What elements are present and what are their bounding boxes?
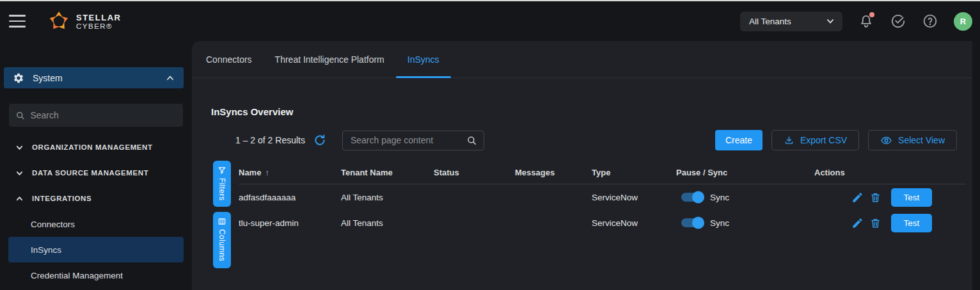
- sidebar-section-organization-management[interactable]: ORGANIZATION MANAGEMENT: [0, 134, 192, 160]
- chevron-down-icon: [15, 143, 24, 152]
- gear-icon: [13, 72, 24, 84]
- search-icon: [15, 110, 25, 121]
- cell-actions: Test: [814, 214, 966, 232]
- page-title: InSyncs Overview: [211, 106, 972, 117]
- chevron-down-icon: [826, 17, 835, 26]
- help-icon[interactable]: [922, 13, 938, 29]
- tenant-selector-dropdown[interactable]: All Tenants: [740, 12, 842, 31]
- cell-type: ServiceNow: [592, 218, 676, 228]
- sidebar-item-insyncs[interactable]: InSyncs: [8, 237, 184, 262]
- chevron-down-icon: [15, 169, 24, 177]
- tenant-selector-value: All Tenants: [749, 17, 791, 26]
- sidebar-item-credential-management[interactable]: Credential Management: [0, 262, 192, 288]
- column-header-actions: Actions: [814, 168, 966, 177]
- tab-bar: Connectors Threat Intelligence Platform …: [192, 41, 972, 78]
- test-button[interactable]: Test: [891, 214, 932, 232]
- main-content-panel: Connectors Threat Intelligence Platform …: [192, 41, 972, 290]
- sidebar-item-label: Connectors: [31, 220, 75, 229]
- cell-type: ServiceNow: [592, 193, 676, 202]
- columns-button[interactable]: Columns: [213, 212, 231, 268]
- column-header-name[interactable]: Name ↑: [239, 168, 341, 177]
- logo-wordmark: STELLAR CYBER®: [76, 13, 121, 30]
- section-label: DATA SOURCE MANAGEMENT: [32, 169, 148, 177]
- tab-threat-intelligence-platform[interactable]: Threat Intelligence Platform: [264, 41, 396, 77]
- sort-asc-icon: ↑: [265, 168, 269, 177]
- sync-label: Sync: [710, 218, 729, 228]
- eye-icon: [880, 134, 892, 147]
- filter-icon: [217, 166, 226, 175]
- select-view-button[interactable]: Select View: [868, 130, 957, 150]
- notification-badge-dot: [869, 12, 874, 17]
- refresh-icon[interactable]: [313, 134, 326, 147]
- page-search-input[interactable]: [351, 135, 466, 145]
- user-avatar[interactable]: R: [954, 12, 972, 31]
- column-header-pause-sync[interactable]: Pause / Sync: [676, 168, 814, 177]
- table-controls: 1 – 2 of 2 Results Create Export CSV: [235, 130, 957, 150]
- sidebar: System ORGANIZATION MANAGEMENT DATA SOUR…: [0, 41, 192, 290]
- cell-tenant: All Tenants: [341, 218, 434, 228]
- cell-status: [434, 218, 515, 228]
- table-side-rail: Filters Columns: [192, 161, 239, 290]
- sidebar-header-system[interactable]: System: [4, 67, 184, 88]
- action-buttons: Create Export CSV Select View: [715, 130, 957, 150]
- create-button[interactable]: Create: [715, 130, 763, 150]
- notifications-bell-icon[interactable]: [858, 13, 874, 29]
- section-label: INTEGRATIONS: [32, 195, 91, 202]
- health-check-icon[interactable]: [890, 13, 906, 29]
- column-header-messages[interactable]: Messages: [515, 168, 592, 177]
- cell-pause-sync: Sync: [676, 193, 814, 202]
- column-header-tenant-name[interactable]: Tenant Name: [341, 168, 434, 177]
- sync-label: Sync: [710, 193, 729, 202]
- delete-trash-icon[interactable]: [869, 191, 881, 204]
- delete-trash-icon[interactable]: [869, 217, 881, 229]
- column-header-type[interactable]: Type: [592, 168, 676, 177]
- sidebar-item-connectors[interactable]: Connectors: [0, 211, 192, 237]
- app-window: STELLAR CYBER® All Tenants: [0, 1, 980, 290]
- table-row: tlu-super-admin All Tenants ServiceNow S…: [239, 210, 966, 236]
- sync-toggle[interactable]: [681, 218, 703, 227]
- test-button[interactable]: Test: [891, 188, 932, 207]
- search-icon: [466, 135, 477, 146]
- sidebar-section-data-source-management[interactable]: DATA SOURCE MANAGEMENT: [0, 160, 192, 186]
- sidebar-section-integrations[interactable]: INTEGRATIONS: [0, 186, 192, 211]
- columns-icon: [217, 217, 226, 226]
- sidebar-search[interactable]: [9, 104, 183, 127]
- sync-toggle[interactable]: [681, 193, 703, 202]
- download-icon: [784, 135, 794, 146]
- sidebar-item-label: InSyncs: [31, 245, 61, 255]
- cell-tenant: All Tenants: [341, 193, 434, 202]
- sidebar-item-label: Credential Management: [31, 271, 123, 280]
- sidebar-header-label: System: [33, 73, 63, 83]
- cell-name: adfasdfaaaaaa: [239, 193, 341, 202]
- tab-insyncs[interactable]: InSyncs: [396, 41, 451, 77]
- chevron-up-icon: [166, 74, 175, 83]
- tab-connectors[interactable]: Connectors: [194, 41, 264, 77]
- table-row: adfasdfaaaaaa All Tenants ServiceNow Syn…: [239, 184, 966, 210]
- logo-star-icon: [47, 10, 70, 33]
- chevron-up-icon: [15, 195, 24, 203]
- stellar-cyber-logo: STELLAR CYBER®: [47, 10, 121, 33]
- section-label: ORGANIZATION MANAGEMENT: [32, 143, 153, 151]
- cell-actions: Test: [814, 188, 966, 207]
- table-header-row: Name ↑ Tenant Name Status Messages Type …: [239, 161, 966, 184]
- avatar-initial: R: [960, 17, 966, 26]
- cell-pause-sync: Sync: [676, 218, 814, 228]
- hamburger-menu-icon[interactable]: [9, 15, 26, 28]
- column-header-status[interactable]: Status: [434, 168, 515, 177]
- export-csv-button[interactable]: Export CSV: [771, 130, 859, 150]
- top-bar: STELLAR CYBER® All Tenants: [0, 1, 980, 41]
- cell-status: [434, 193, 515, 202]
- results-count: 1 – 2 of 2 Results: [235, 135, 305, 145]
- table-zone: Filters Columns Name ↑ Tenant Name: [192, 161, 972, 290]
- cell-name: tlu-super-admin: [239, 218, 341, 228]
- sidebar-search-input[interactable]: [30, 110, 177, 120]
- page-search[interactable]: [342, 131, 484, 150]
- insyncs-table: Name ↑ Tenant Name Status Messages Type …: [239, 161, 966, 290]
- edit-pencil-icon[interactable]: [851, 217, 864, 229]
- filters-button[interactable]: Filters: [213, 161, 231, 207]
- edit-pencil-icon[interactable]: [851, 191, 864, 204]
